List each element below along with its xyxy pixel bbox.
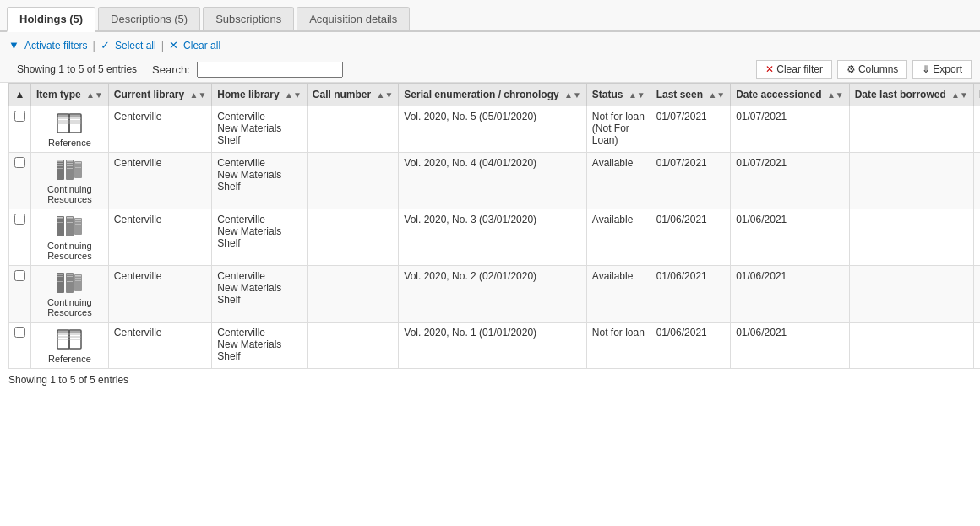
call-number-cell <box>307 266 399 323</box>
home-library-cell: CentervilleNew Materials Shelf <box>212 209 308 266</box>
svg-rect-24 <box>57 216 64 236</box>
svg-rect-12 <box>74 161 82 178</box>
search-input[interactable] <box>197 62 343 78</box>
current-library-cell: Centerville <box>108 106 212 153</box>
svg-rect-51 <box>75 280 81 281</box>
svg-rect-28 <box>57 220 63 220</box>
status-cell: Available <box>586 153 651 209</box>
call-number-cell <box>307 209 399 266</box>
current-library-cell: Centerville <box>108 209 212 266</box>
actions-row: Showing 1 to 5 of 5 entries Search: ✕Cle… <box>0 58 980 82</box>
date-last-borrowed-cell <box>849 153 973 209</box>
row-checkbox[interactable] <box>14 111 25 122</box>
date-accessioned-cell: 01/06/2021 <box>731 323 850 369</box>
status-cell: Available <box>586 266 651 323</box>
select-all-link[interactable]: Select all <box>115 40 156 52</box>
serial-enum-cell: Vol. 2020, No. 4 (04/01/2020) <box>399 153 587 209</box>
row-checkbox[interactable] <box>14 270 25 281</box>
serial-enum-cell: Vol. 2020, No. 2 (02/01/2020) <box>399 266 587 323</box>
times-icon: ✕ <box>169 39 178 52</box>
sort-arrows-item-type: ▲▼ <box>86 90 103 100</box>
sort-col-header[interactable]: ▲ <box>9 84 31 106</box>
last-seen-cell: 01/07/2021 <box>651 106 731 153</box>
row-checkbox[interactable] <box>14 157 25 168</box>
clear-all-link[interactable]: Clear all <box>183 40 220 52</box>
home-library-cell: CentervilleNew Materials Shelf <box>212 106 308 153</box>
item-type-col-header[interactable]: Item type ▲▼ <box>31 84 109 106</box>
svg-rect-29 <box>57 222 63 223</box>
item-type-cell: Reference <box>31 323 109 369</box>
date-accessioned-col-header[interactable]: Date accessioned ▲▼ <box>731 84 850 106</box>
count-bottom: Showing 1 to 5 of 5 entries <box>0 369 980 391</box>
current-library-cell: Centerville <box>108 153 212 209</box>
last-seen-cell: 01/06/2021 <box>651 266 731 323</box>
export-button[interactable]: ⇓Export <box>912 60 972 79</box>
svg-rect-39 <box>66 273 74 293</box>
current-library-col-header[interactable]: Current library ▲▼ <box>108 84 212 106</box>
svg-rect-42 <box>57 276 63 277</box>
activate-filters-link[interactable]: Activate filters <box>24 40 88 52</box>
svg-rect-13 <box>57 160 63 162</box>
sort-arrows-current-library: ▲▼ <box>190 90 207 100</box>
date-last-borrowed-cell <box>849 266 973 323</box>
item-type-icon <box>54 111 84 136</box>
table-row: Continuing Resources Centerville Centerv… <box>9 153 981 209</box>
svg-rect-17 <box>67 160 73 162</box>
table-row: Reference Centerville CentervilleNew Mat… <box>9 323 981 369</box>
table-row: Continuing Resources Centerville Centerv… <box>9 266 981 323</box>
svg-rect-46 <box>67 276 73 277</box>
clear-filter-button[interactable]: ✕Clear filter <box>756 60 832 79</box>
item-type-icon <box>54 270 84 296</box>
table-header: ▲ Item type ▲▼ Current library ▲▼ Home l… <box>9 84 981 106</box>
columns-button[interactable]: ⚙Columns <box>837 60 907 79</box>
home-library-cell: CentervilleNew Materials Shelf <box>212 266 308 323</box>
barcode-cell <box>973 209 980 266</box>
row-checkbox-cell <box>9 323 31 369</box>
svg-rect-33 <box>67 222 73 223</box>
tab-bar: Holdings (5) Descriptions (5) Subscripti… <box>0 0 980 32</box>
status-col-header[interactable]: Status ▲▼ <box>586 84 651 106</box>
status-cell: Not for loan (Not For Loan) <box>586 106 651 153</box>
status-cell: Not for loan <box>586 323 651 369</box>
tab-subscriptions[interactable]: Subscriptions <box>203 7 294 30</box>
status-cell: Available <box>586 209 651 266</box>
table-body: Reference Centerville CentervilleNew Mat… <box>9 106 981 369</box>
date-last-borrowed-cell <box>849 106 973 153</box>
item-type-label: Continuing Resources <box>36 297 103 317</box>
date-last-borrowed-col-header[interactable]: Date last borrowed ▲▼ <box>849 84 973 106</box>
sort-arrows-serial-enum: ▲▼ <box>564 90 581 100</box>
item-type-label: Reference <box>48 138 91 148</box>
table-row: Reference Centerville CentervilleNew Mat… <box>9 106 981 153</box>
holdings-table-container: ▲ Item type ▲▼ Current library ▲▼ Home l… <box>0 83 980 369</box>
serial-enum-col-header[interactable]: Serial enumeration / chronology ▲▼ <box>399 84 587 106</box>
tab-holdings[interactable]: Holdings (5) <box>7 7 95 32</box>
item-type-cell: Continuing Resources <box>31 153 109 209</box>
svg-rect-27 <box>57 217 63 219</box>
tab-descriptions[interactable]: Descriptions (5) <box>98 7 200 30</box>
toolbar: ▼ Activate filters | ✓ Select all | ✕ Cl… <box>0 32 980 58</box>
call-number-col-header[interactable]: Call number ▲▼ <box>307 84 399 106</box>
item-type-label: Continuing Resources <box>36 241 103 261</box>
date-accessioned-cell: 01/06/2021 <box>731 209 850 266</box>
sort-arrows-last-seen: ▲▼ <box>708 90 725 100</box>
date-accessioned-cell: 01/07/2021 <box>731 153 850 209</box>
barcode-col-header[interactable]: Barcode ▲▼ <box>973 84 980 106</box>
holdings-table: ▲ Item type ▲▼ Current library ▲▼ Home l… <box>8 83 980 369</box>
svg-rect-50 <box>75 278 81 279</box>
last-seen-col-header[interactable]: Last seen ▲▼ <box>651 84 731 106</box>
last-seen-cell: 01/07/2021 <box>651 153 731 209</box>
svg-rect-19 <box>67 165 73 166</box>
sort-arrows-status: ▲▼ <box>629 90 645 100</box>
row-checkbox[interactable] <box>14 327 25 338</box>
svg-rect-35 <box>75 219 81 220</box>
sort-arrows-home-library: ▲▼ <box>285 90 302 100</box>
tab-acquisition[interactable]: Acquisition details <box>297 7 410 30</box>
call-number-cell <box>307 323 399 369</box>
row-checkbox[interactable] <box>14 214 25 225</box>
home-library-col-header[interactable]: Home library ▲▼ <box>212 84 308 106</box>
date-accessioned-cell: 01/06/2021 <box>731 266 850 323</box>
item-type-label: Reference <box>48 354 91 364</box>
svg-rect-45 <box>67 274 73 275</box>
item-type-icon <box>54 157 84 182</box>
svg-rect-11 <box>66 160 74 180</box>
